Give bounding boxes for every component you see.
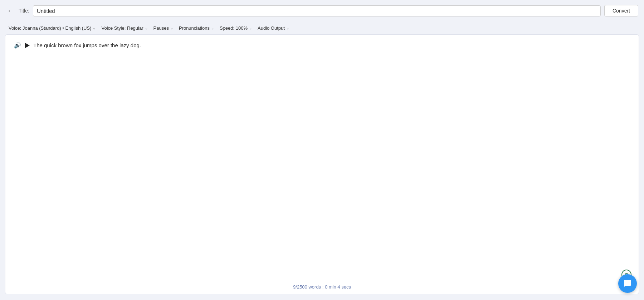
editor-content: 🔊 The quick brown fox jumps over the laz… (5, 35, 639, 294)
voice-chevron-icon: ⌄ (93, 26, 96, 30)
convert-button[interactable]: Convert (604, 5, 638, 16)
play-button[interactable] (25, 43, 30, 48)
top-bar: ← Title: Convert (0, 0, 644, 21)
pauses-selector[interactable]: Pauses ⌄ (151, 24, 176, 32)
pauses-chevron-icon: ⌄ (170, 26, 173, 30)
text-line: 🔊 The quick brown fox jumps over the laz… (14, 42, 630, 49)
pronunciations-chevron-icon: ⌄ (211, 26, 214, 30)
voice-style-selector[interactable]: Voice Style: Regular ⌄ (98, 24, 150, 32)
voice-style-chevron-icon: ⌄ (145, 26, 148, 30)
back-button[interactable]: ← (6, 6, 15, 16)
voice-style-label: Voice Style: Regular (101, 25, 143, 31)
word-count-status: 9/2500 words : 0 min 4 secs (293, 284, 351, 290)
status-bar: 9/2500 words : 0 min 4 secs (5, 284, 639, 290)
editor-container: 🔊 The quick brown fox jumps over the laz… (5, 34, 639, 294)
speed-label: Speed: 100% (220, 25, 248, 31)
title-input[interactable] (33, 5, 601, 16)
chat-icon (623, 279, 632, 288)
pronunciations-selector[interactable]: Pronunciations ⌄ (176, 24, 217, 32)
volume-icon[interactable]: 🔊 (14, 42, 21, 49)
title-label: Title: (19, 8, 29, 14)
toolbar: Voice: Joanna (Standard) • English (US) … (0, 21, 644, 34)
audio-output-label: Audio Output (258, 25, 285, 31)
pronunciations-label: Pronunciations (179, 25, 210, 31)
voice-selector[interactable]: Voice: Joanna (Standard) • English (US) … (6, 24, 98, 32)
back-icon: ← (7, 7, 14, 15)
sample-text: The quick brown fox jumps over the lazy … (33, 42, 141, 48)
audio-output-chevron-icon: ⌄ (286, 26, 289, 30)
chat-button[interactable] (618, 274, 637, 293)
speed-chevron-icon: ⌄ (249, 26, 252, 30)
voice-label: Voice: Joanna (Standard) • English (US) (9, 25, 91, 31)
pauses-label: Pauses (153, 25, 169, 31)
audio-output-selector[interactable]: Audio Output ⌄ (255, 24, 292, 32)
speed-selector[interactable]: Speed: 100% ⌄ (217, 24, 255, 32)
